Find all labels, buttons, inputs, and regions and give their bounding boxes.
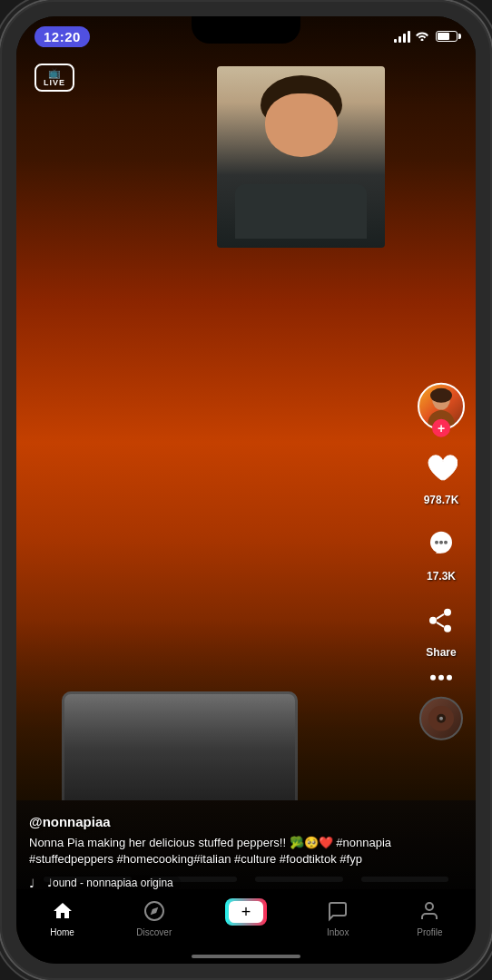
comment-action[interactable]: 17.3K: [419, 523, 463, 583]
svg-point-8: [429, 617, 437, 624]
like-icon-container: [419, 446, 463, 490]
creator-username[interactable]: @nonnapiaa: [29, 814, 408, 829]
home-icon: [50, 898, 75, 924]
svg-point-6: [444, 609, 451, 616]
svg-point-16: [426, 903, 433, 910]
svg-point-4: [439, 541, 443, 544]
more-dots-icon: [430, 675, 452, 681]
signal-bar-4: [408, 31, 410, 43]
notch: [192, 16, 300, 44]
nav-inbox[interactable]: Inbox: [292, 898, 384, 937]
comment-count: 17.3K: [427, 570, 456, 583]
battery-icon: [436, 31, 458, 42]
svg-line-9: [437, 614, 444, 619]
svg-point-5: [444, 541, 448, 544]
inbox-icon: [325, 898, 350, 924]
svg-point-7: [444, 625, 451, 632]
add-button-inner: +: [229, 901, 263, 923]
live-badge-inner: 📺 LIVE: [34, 64, 74, 92]
screen: 12:20 📺: [16, 16, 476, 964]
caption-area: @nonnapiaa Nonna Pia making her deliciou…: [29, 814, 408, 891]
add-icon: +: [241, 903, 251, 922]
nav-discover[interactable]: Discover: [108, 898, 200, 937]
heart-icon: [425, 452, 458, 485]
status-time: 12:20: [34, 26, 90, 47]
status-icons: [394, 29, 458, 44]
share-label: Share: [426, 646, 456, 659]
sidebar-actions: + 978.7K: [418, 383, 465, 740]
comment-icon: [425, 528, 458, 561]
share-action[interactable]: Share: [419, 599, 463, 659]
inbox-label: Inbox: [327, 927, 349, 937]
svg-line-10: [437, 622, 444, 627]
svg-point-13: [439, 717, 443, 720]
discover-label: Discover: [136, 927, 172, 937]
disc-icon: [428, 706, 454, 731]
pip-video[interactable]: [217, 66, 385, 248]
discover-icon: [142, 898, 167, 924]
comment-icon-container: [419, 523, 463, 566]
svg-point-1: [430, 388, 452, 403]
tv-icon: 📺: [48, 68, 61, 78]
share-icon-container: [419, 599, 463, 642]
dot-2: [438, 675, 444, 681]
dot-3: [447, 675, 452, 681]
nav-add[interactable]: +: [200, 898, 291, 926]
profile-icon: [417, 898, 442, 924]
add-button[interactable]: +: [225, 898, 267, 926]
live-label: LIVE: [44, 78, 65, 87]
like-action[interactable]: 978.7K: [419, 446, 463, 506]
signal-bar-3: [403, 34, 406, 43]
svg-marker-15: [151, 907, 158, 915]
face-skin: [265, 93, 338, 157]
music-note-icon: ♩: [29, 877, 34, 890]
pip-face: [251, 75, 351, 175]
bottom-nav: Home Discover +: [16, 889, 476, 964]
music-disc: [419, 697, 463, 740]
share-icon: [424, 603, 458, 638]
svg-point-3: [435, 541, 438, 544]
nav-profile[interactable]: Profile: [384, 898, 476, 937]
follow-button[interactable]: +: [432, 419, 450, 437]
signal-bars: [394, 30, 410, 43]
creator-avatar[interactable]: +: [418, 383, 465, 430]
pip-body: [235, 184, 367, 239]
nav-home[interactable]: Home: [16, 898, 108, 937]
like-count: 978.7K: [424, 494, 459, 506]
home-label: Home: [50, 927, 74, 937]
profile-label: Profile: [417, 927, 442, 937]
wifi-icon: [415, 29, 429, 44]
signal-bar-2: [399, 36, 401, 43]
video-caption: Nonna Pia making her delicious stuffed p…: [29, 835, 408, 867]
more-action[interactable]: [430, 675, 452, 681]
live-badge: 📺 LIVE: [34, 64, 74, 92]
home-indicator: [192, 955, 300, 958]
phone-frame: 12:20 📺: [0, 0, 492, 980]
battery-level: [438, 33, 449, 40]
signal-bar-1: [394, 39, 397, 43]
dot-1: [430, 675, 436, 681]
